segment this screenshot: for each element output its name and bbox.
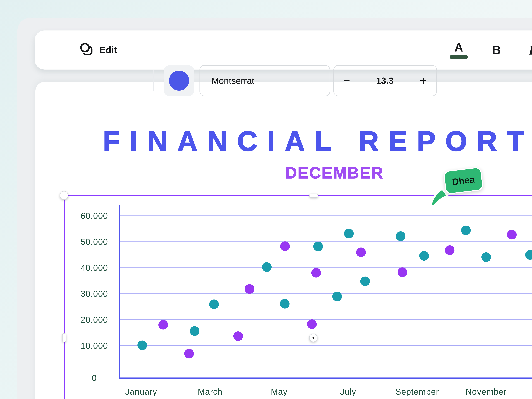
text-color-underline (450, 55, 468, 59)
data-point-teal[interactable] (481, 252, 491, 262)
chart-y-tick-label: 60.000 (75, 211, 114, 221)
data-point-purple[interactable] (445, 245, 454, 255)
chart-y-tick-label: 50.000 (75, 237, 114, 247)
edit-button[interactable]: Edit (79, 31, 117, 70)
selection-handle-top-middle[interactable] (309, 194, 318, 198)
toolbar: Edit Montserrat − 13.3 + A B I U (35, 31, 532, 70)
font-family-value: Montserrat (211, 76, 254, 86)
chart-gridline (119, 268, 532, 268)
data-point-teal[interactable] (525, 250, 532, 260)
chart-x-tick-label: March (198, 387, 223, 397)
chart-gridline (119, 320, 532, 320)
italic-button[interactable]: I (521, 31, 532, 70)
chart-x-tick-label: September (395, 387, 439, 397)
data-point-teal[interactable] (396, 231, 405, 241)
selection-handle-top-left[interactable] (60, 191, 68, 200)
chart-x-axis (119, 378, 532, 379)
chart-y-tick-label: 0 (75, 373, 114, 383)
data-point-teal[interactable] (190, 326, 200, 336)
data-point-purple[interactable] (311, 268, 321, 278)
data-point-purple[interactable] (184, 349, 194, 359)
data-point-purple[interactable] (398, 267, 407, 277)
data-point-teal[interactable] (313, 242, 323, 251)
chart-y-tick-label: 40.000 (75, 263, 114, 273)
font-size-stepper: − 13.3 + (333, 65, 437, 96)
color-swatch-circle (169, 71, 189, 91)
chart-x-tick-label: July (340, 387, 356, 397)
text-color-label: A (454, 41, 463, 53)
selection-handle-center-dot (312, 337, 314, 339)
canva-editor: { "toolbar": { "edit_label": "Edit", "fo… (0, 0, 532, 399)
data-point-teal[interactable] (360, 277, 370, 286)
chart-x-tick-label: May (271, 387, 288, 397)
chart-x-tick-label: January (125, 387, 157, 397)
edit-button-label: Edit (100, 45, 117, 55)
data-point-purple[interactable] (245, 284, 254, 294)
chart-gridline (119, 346, 532, 346)
italic-label: I (529, 43, 532, 58)
data-point-teal[interactable] (344, 229, 354, 238)
data-point-teal[interactable] (332, 291, 342, 301)
data-point-teal[interactable] (137, 341, 147, 350)
data-point-purple[interactable] (307, 319, 317, 329)
chart-gridline (119, 294, 532, 294)
bold-label: B (492, 43, 501, 57)
font-size-decrease-button[interactable]: − (343, 74, 350, 87)
data-point-purple[interactable] (280, 241, 290, 251)
chart-y-tick-label: 10.000 (75, 341, 114, 351)
font-family-selector[interactable]: Montserrat (200, 65, 330, 96)
data-point-teal[interactable] (461, 226, 471, 235)
edit-shapes-icon (79, 42, 95, 58)
data-point-purple[interactable] (158, 320, 168, 329)
data-point-teal[interactable] (262, 262, 272, 272)
chart-y-axis (119, 205, 120, 379)
chart-x-tick-label: November (466, 387, 507, 397)
color-swatch-button[interactable] (164, 65, 194, 96)
data-point-purple[interactable] (356, 247, 366, 257)
collaborator-name-bubble: Dhea (443, 167, 484, 195)
selection-border-left (63, 195, 65, 399)
data-point-teal[interactable] (280, 299, 290, 309)
bold-button[interactable]: B (486, 31, 507, 70)
collaborator-name: Dhea (451, 174, 475, 187)
selection-handle-left-middle[interactable] (62, 333, 66, 342)
collaborator-cursor: Dhea (428, 166, 488, 210)
data-point-purple[interactable] (507, 230, 517, 239)
chart-y-tick-label: 20.000 (75, 315, 114, 325)
chart-gridline (119, 215, 532, 216)
data-point-teal[interactable] (209, 299, 219, 309)
data-point-purple[interactable] (233, 331, 243, 341)
chart-y-tick-label: 30.000 (75, 289, 114, 299)
text-color-button[interactable]: A (449, 31, 469, 70)
chart-gridline (119, 242, 532, 242)
font-size-increase-button[interactable]: + (420, 74, 427, 88)
selection-handle-center[interactable] (309, 334, 317, 342)
toolbar-divider (153, 70, 154, 91)
data-point-teal[interactable] (419, 251, 429, 261)
font-size-value[interactable]: 13.3 (376, 76, 393, 86)
